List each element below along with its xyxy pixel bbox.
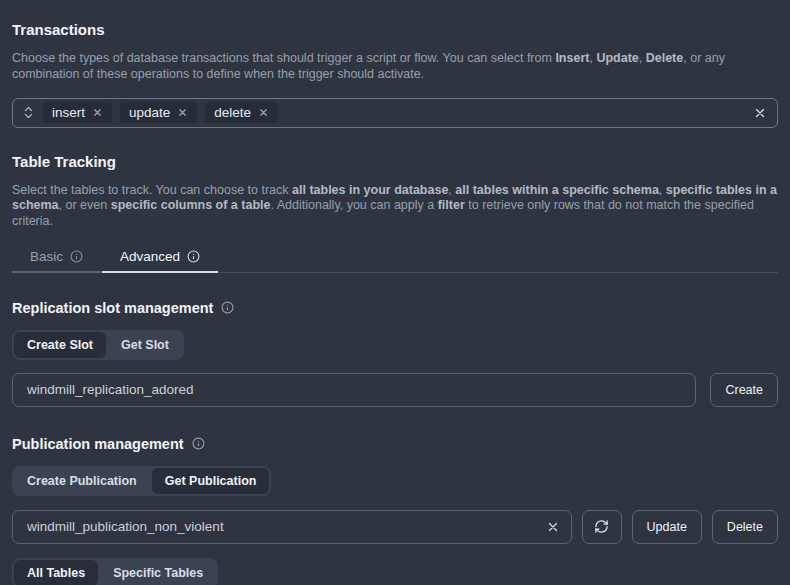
remove-tag-icon[interactable] [92, 107, 103, 118]
publication-row: Update Delete [12, 510, 778, 544]
clear-all-tags-icon[interactable] [753, 106, 767, 120]
tag-insert[interactable]: insert [43, 102, 112, 123]
tab-label: Basic [30, 249, 63, 264]
selected-transaction-tags: insert update delete [43, 102, 746, 123]
info-icon[interactable] [70, 250, 83, 263]
replication-slot-title-text: Replication slot management [12, 300, 213, 316]
transactions-title: Transactions [12, 21, 778, 38]
specific-tables-toggle[interactable]: Specific Tables [100, 560, 216, 585]
info-icon[interactable] [187, 250, 200, 263]
all-tables-toggle[interactable]: All Tables [14, 560, 98, 585]
create-publication-toggle[interactable]: Create Publication [14, 468, 150, 494]
get-publication-toggle[interactable]: Get Publication [152, 468, 270, 494]
get-slot-toggle[interactable]: Get Slot [108, 332, 182, 358]
remove-tag-icon[interactable] [177, 107, 188, 118]
publication-name-input-wrap [12, 510, 572, 544]
clear-publication-name-icon[interactable] [546, 520, 560, 534]
info-icon[interactable] [221, 301, 234, 314]
publication-title: Publication management [12, 436, 778, 452]
update-publication-button[interactable]: Update [632, 510, 702, 544]
refresh-icon [594, 519, 609, 534]
chevrons-up-down-icon [21, 105, 36, 120]
tag-label: delete [214, 105, 251, 120]
slot-mode-toggle: Create Slot Get Slot [12, 330, 184, 360]
tab-advanced[interactable]: Advanced [102, 245, 218, 273]
publication-title-text: Publication management [12, 436, 184, 452]
tag-update[interactable]: update [120, 102, 197, 123]
table-scope-toggle: All Tables Specific Tables [12, 558, 218, 585]
create-slot-button[interactable]: Create [710, 373, 778, 407]
postgres-trigger-settings-page: Transactions Choose the types of databas… [0, 0, 790, 585]
transactions-description: Choose the types of database transaction… [12, 51, 778, 83]
delete-publication-button[interactable]: Delete [712, 510, 778, 544]
tab-basic[interactable]: Basic [12, 245, 101, 273]
transactions-multiselect[interactable]: insert update delete [12, 98, 778, 128]
publication-mode-toggle: Create Publication Get Publication [12, 466, 271, 496]
slot-name-input-wrap [12, 373, 696, 407]
table-tracking-tabs: Basic Advanced [12, 245, 778, 273]
refresh-publication-button[interactable] [582, 510, 622, 544]
tag-label: update [129, 105, 170, 120]
tab-label: Advanced [120, 249, 180, 264]
replication-slot-title: Replication slot management [12, 300, 778, 316]
slot-name-input[interactable] [12, 373, 696, 407]
remove-tag-icon[interactable] [258, 107, 269, 118]
tag-delete[interactable]: delete [205, 102, 278, 123]
info-icon[interactable] [192, 437, 205, 450]
table-tracking-title: Table Tracking [12, 153, 778, 170]
publication-name-input[interactable] [12, 510, 572, 544]
tag-label: insert [52, 105, 85, 120]
create-slot-toggle[interactable]: Create Slot [14, 332, 106, 358]
table-tracking-description: Select the tables to track. You can choo… [12, 183, 778, 230]
replication-slot-row: Create [12, 373, 778, 407]
